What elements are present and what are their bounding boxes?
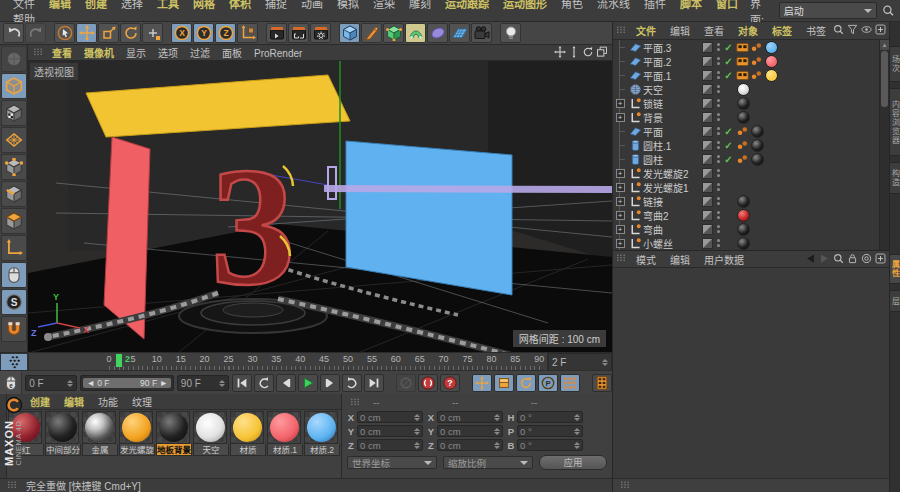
material-tag[interactable] — [735, 209, 751, 222]
phong-tag-icon[interactable] — [749, 55, 763, 68]
visibility-toggle[interactable] — [701, 210, 714, 221]
visibility-toggle[interactable] — [701, 168, 714, 179]
loop-right-button[interactable] — [342, 374, 362, 392]
plus-box-button[interactable] — [875, 253, 886, 266]
spinner-icon[interactable] — [67, 380, 73, 387]
expand-icon[interactable]: + — [616, 211, 625, 220]
render-region-button[interactable] — [288, 23, 309, 43]
compositing-tag-icon[interactable] — [735, 55, 749, 68]
redo-button[interactable] — [25, 23, 46, 43]
material-tag[interactable] — [763, 69, 779, 82]
record-question-button[interactable]: ? — [440, 374, 460, 392]
menu-item[interactable]: 编辑 — [57, 397, 91, 408]
menu-item[interactable]: 文件 — [629, 26, 663, 37]
grip-icon[interactable] — [616, 26, 626, 36]
object-name[interactable]: 链接 — [643, 194, 701, 209]
menu-item[interactable]: 纹理 — [125, 397, 159, 408]
visibility-dots[interactable] — [714, 141, 722, 149]
object-row[interactable]: +小螺丝 — [613, 236, 879, 250]
material-tag[interactable] — [735, 97, 751, 110]
material-item[interactable]: 地板背景 — [156, 411, 192, 456]
object-name[interactable]: 平面.2 — [643, 54, 701, 69]
material-item[interactable]: 材质 — [230, 411, 266, 456]
menu-item[interactable]: ProRender — [248, 48, 308, 59]
object-name[interactable]: 发光螺旋1 — [643, 180, 701, 195]
object-row[interactable]: 平面.3✓ — [613, 40, 879, 54]
material-item[interactable]: 材质.1 — [267, 411, 303, 456]
material-tag[interactable] — [735, 237, 751, 250]
texture-mode-button[interactable] — [1, 100, 27, 126]
model-mode-button[interactable] — [1, 73, 27, 99]
expand-icon[interactable]: + — [616, 169, 625, 178]
filter-button[interactable] — [847, 24, 858, 37]
menu-item[interactable]: 捕捉 — [258, 0, 294, 10]
scale-mode-dropdown[interactable]: 缩放比例 — [443, 456, 533, 469]
timeline-mode-button[interactable] — [0, 353, 28, 371]
lock-z-button[interactable]: Z — [215, 23, 236, 43]
interface-layout-select[interactable]: 启动 — [779, 2, 877, 19]
orbit-button[interactable] — [582, 46, 594, 60]
coordinate-space-dropdown[interactable]: 世界坐标 — [347, 456, 437, 469]
tweak-mouse-button[interactable] — [1, 262, 27, 288]
expand-icon[interactable]: + — [616, 197, 625, 206]
menu-item[interactable]: 编辑 — [663, 255, 697, 266]
menu-item[interactable]: 创建 — [23, 397, 57, 408]
side-tab[interactable]: 场次 — [890, 46, 900, 82]
visibility-toggle[interactable] — [701, 42, 714, 53]
material-item[interactable]: 天空 — [193, 411, 229, 456]
coordinate-input[interactable]: 0 cm — [357, 411, 423, 423]
expand-icon[interactable]: + — [616, 239, 625, 248]
visibility-toggle[interactable] — [701, 70, 714, 81]
range-end-field[interactable]: 90 F — [177, 375, 229, 391]
coordinate-input[interactable]: 0 ° — [517, 425, 583, 437]
maximize-button[interactable] — [596, 46, 608, 60]
render-view-button[interactable] — [266, 23, 287, 43]
coordinate-input[interactable]: 0 cm — [357, 439, 423, 451]
expand-icon[interactable]: + — [616, 99, 625, 108]
spinner-icon[interactable] — [494, 442, 500, 449]
menu-item[interactable]: 摄像机 — [78, 48, 120, 59]
add-cube-button[interactable] — [339, 23, 360, 43]
live-selection-button[interactable] — [54, 23, 75, 43]
menu-item[interactable]: 雕刻 — [402, 0, 438, 10]
enabled-check-icon[interactable]: ✓ — [722, 42, 735, 53]
menu-item[interactable]: 流水线 — [590, 0, 637, 10]
goto-start-button[interactable] — [232, 374, 252, 392]
menu-item[interactable]: 查看 — [697, 26, 731, 37]
material-item[interactable]: 发光螺旋 — [119, 411, 155, 456]
undo-button[interactable] — [3, 23, 24, 43]
menu-item[interactable]: 用户数据 — [697, 255, 751, 266]
eye-button[interactable] — [861, 24, 872, 37]
polygons-mode-button[interactable] — [1, 208, 27, 234]
menu-item[interactable]: 编辑 — [42, 0, 78, 10]
object-name[interactable]: 背景 — [643, 110, 701, 125]
subdivision-button[interactable] — [383, 23, 404, 43]
scroll-up-icon[interactable]: ▲ — [880, 40, 889, 50]
menu-item[interactable]: 模式 — [629, 255, 663, 266]
compositing-tag-icon[interactable] — [735, 69, 749, 82]
snap-button[interactable]: S — [1, 289, 27, 315]
object-name[interactable]: 平面 — [643, 124, 701, 139]
side-tab[interactable]: 内容浏览器 — [890, 88, 900, 156]
key-scale-button[interactable] — [494, 374, 514, 392]
range-start-field[interactable]: 0 F — [25, 375, 77, 391]
object-name[interactable]: 发光螺旋2 — [643, 166, 701, 181]
menu-item[interactable]: 模拟 — [330, 0, 366, 10]
visibility-dots[interactable] — [714, 113, 722, 121]
playhead[interactable] — [116, 354, 122, 367]
visibility-toggle[interactable] — [701, 126, 714, 137]
object-name[interactable]: 弯曲 — [643, 222, 701, 237]
object-name[interactable]: 锁链 — [643, 96, 701, 111]
object-row[interactable]: +发光螺旋2 — [613, 166, 879, 180]
menu-item[interactable]: 网格 — [186, 0, 222, 10]
material-tag[interactable] — [749, 139, 765, 152]
spinner-icon[interactable] — [414, 414, 420, 421]
next-frame-button[interactable] — [320, 374, 340, 392]
expand-icon[interactable]: + — [616, 225, 625, 234]
key-param-button[interactable]: P — [538, 374, 558, 392]
object-row[interactable]: 平面✓ — [613, 124, 879, 138]
menu-item[interactable]: 显示 — [120, 48, 152, 59]
material-tag[interactable] — [735, 83, 751, 96]
menu-item[interactable]: 文件 — [6, 0, 42, 10]
pan-button[interactable] — [554, 46, 566, 60]
